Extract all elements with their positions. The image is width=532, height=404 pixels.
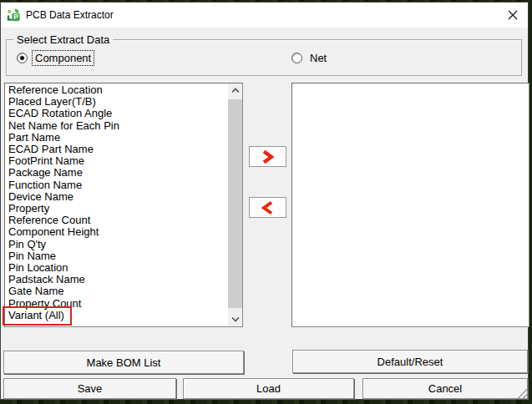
pcb-data-extractor-dialog: P PCB Data Extractor Select Extract Data… <box>0 2 529 400</box>
list-item[interactable]: Net Name for Each Pin <box>5 120 228 132</box>
window-title: PCB Data Extractor <box>26 9 114 21</box>
load-button[interactable]: Load <box>183 378 354 399</box>
selected-fields-listbox[interactable] <box>291 83 529 327</box>
remove-from-selected-button[interactable] <box>249 197 286 218</box>
list-item[interactable]: Component Height <box>5 226 228 238</box>
list-item[interactable]: Function Name <box>5 179 228 191</box>
title-bar[interactable]: P PCB Data Extractor <box>1 3 528 28</box>
screen-background: P PCB Data Extractor Select Extract Data… <box>0 0 532 404</box>
radio-component[interactable]: Component <box>17 51 94 65</box>
list-item[interactable]: Padstack Name <box>5 274 228 285</box>
list-item[interactable]: Placed Layer(T/B) <box>5 96 228 108</box>
list-item[interactable]: Property Count <box>5 298 228 310</box>
scroll-up-button[interactable] <box>228 83 242 98</box>
add-to-selected-button[interactable] <box>249 146 286 167</box>
chevron-left-icon <box>261 200 274 215</box>
list-item[interactable]: Reference Count <box>5 215 228 226</box>
close-button[interactable] <box>501 6 524 24</box>
radio-component-label: Component <box>33 51 94 65</box>
list-item[interactable]: ECAD Rotation Angle <box>5 108 228 119</box>
list-item[interactable]: Device Name <box>5 191 228 203</box>
list-item[interactable]: Property <box>5 203 228 215</box>
available-listbox-items: Reference LocationPlaced Layer(T/B)ECAD … <box>5 84 228 321</box>
list-item[interactable]: Package Name <box>5 167 228 179</box>
radio-net[interactable]: Net <box>291 51 329 65</box>
list-item[interactable]: Gate Name <box>5 285 228 297</box>
chevron-right-icon <box>261 149 274 164</box>
list-item[interactable]: Reference Location <box>5 84 228 96</box>
radio-button-component[interactable] <box>17 53 28 63</box>
list-item[interactable]: Pin Location <box>5 262 228 274</box>
cancel-label: Cancel <box>428 382 462 395</box>
svg-text:P: P <box>13 13 18 21</box>
make-bom-list-button[interactable]: Make BOM List <box>3 351 244 374</box>
group-label: Select Extract Data <box>13 33 113 46</box>
list-item[interactable]: Pin Name <box>5 250 228 262</box>
chevron-down-icon <box>231 316 240 322</box>
list-item[interactable]: Pin Q'ty <box>5 239 228 250</box>
default-reset-button[interactable]: Default/Reset <box>292 350 528 373</box>
list-item[interactable]: Variant (All) <box>5 310 228 321</box>
radio-net-label: Net <box>307 51 329 65</box>
chevron-up-icon <box>231 88 240 93</box>
list-item[interactable]: FootPrint Name <box>5 155 228 167</box>
list-item[interactable]: ECAD Part Name <box>5 144 228 155</box>
scrollbar-thumb[interactable] <box>228 99 242 308</box>
save-button[interactable]: Save <box>3 378 176 399</box>
scroll-down-button[interactable] <box>228 312 242 326</box>
save-label: Save <box>78 382 103 395</box>
radio-button-net[interactable] <box>291 53 302 63</box>
close-icon <box>508 10 518 20</box>
default-reset-label: Default/Reset <box>377 356 443 368</box>
select-extract-data-group: Select Extract Data Component Net <box>6 39 522 76</box>
cancel-button[interactable]: Cancel <box>362 378 528 399</box>
make-bom-list-label: Make BOM List <box>87 356 161 369</box>
vertical-scrollbar[interactable] <box>228 83 242 326</box>
list-item[interactable]: Part Name <box>5 132 228 144</box>
available-fields-listbox[interactable]: Reference LocationPlaced Layer(T/B)ECAD … <box>4 83 243 327</box>
load-label: Load <box>256 382 281 395</box>
app-icon: P <box>7 8 20 22</box>
